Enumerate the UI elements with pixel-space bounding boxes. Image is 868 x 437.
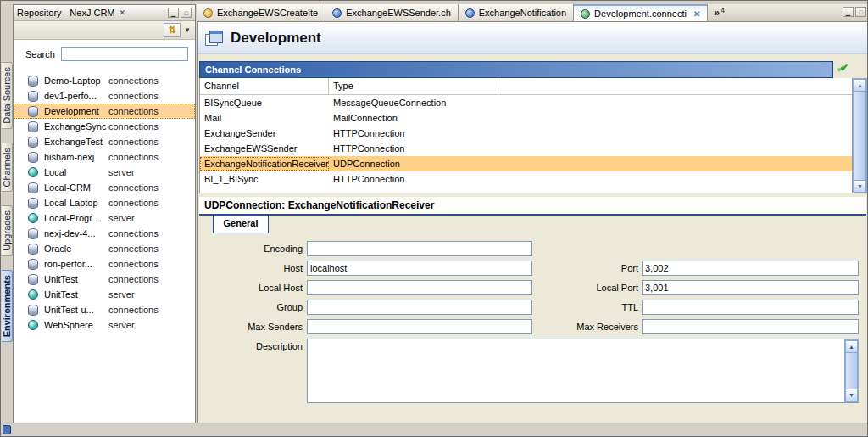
tree-item[interactable]: Local-Laptopconnections (14, 195, 195, 210)
scroll-down-icon[interactable]: ▼ (854, 180, 866, 193)
host-field[interactable] (307, 261, 532, 276)
editor-window-controls: ▁ □ (843, 7, 866, 17)
tree-item-type: connections (108, 152, 159, 162)
side-tab-label: Channels (2, 148, 12, 187)
environment-tree: Demo-Laptopconnectionsdev1-perfo...conne… (14, 73, 195, 423)
tree-item-name: UnitTest (44, 274, 108, 284)
editor-tab-exchangeewscreateite[interactable]: ExchangeEWSCreateIte (197, 4, 326, 21)
cell-type: HTTPConnection (329, 172, 498, 186)
cell-spacer (498, 162, 852, 165)
tree-item[interactable]: hisham-nexjconnections (14, 149, 195, 165)
description-scrollbar[interactable]: ▲ ▼ (844, 339, 859, 402)
editor-tab-exchangenotification[interactable]: ExchangeNotification (459, 4, 574, 21)
tree-item-type: connections (108, 259, 159, 269)
ttl-label: TTL (562, 300, 638, 315)
tree-item-type: connections (108, 244, 159, 254)
view-menu-icon[interactable]: ▼ (184, 26, 191, 34)
repository-view-toolbar: ⇅ ▼ (14, 21, 195, 40)
tree-item-type: connections (108, 106, 159, 116)
minimize-icon[interactable]: ▁ (843, 7, 854, 17)
message-icon (203, 8, 213, 18)
tree-item-type: server (108, 289, 135, 300)
search-input[interactable] (61, 47, 188, 61)
tree-item[interactable]: dev1-perfo...connections (14, 88, 195, 104)
minimize-icon[interactable]: ▁ (168, 8, 179, 18)
tree-item[interactable]: ExchangeTestconnections (14, 134, 195, 149)
repository-view-titlebar[interactable]: Repository - NexJ CRM ✕ ▁ □ (14, 5, 195, 21)
scroll-thumb[interactable] (845, 353, 858, 389)
tree-item-name: nexj-dev-4... (44, 228, 108, 238)
local-port-field[interactable] (642, 280, 859, 295)
close-icon[interactable]: ✕ (120, 8, 126, 17)
tree-item[interactable]: ExchangeSyncconnections (14, 119, 195, 134)
tree-item[interactable]: Oracleconnections (14, 241, 195, 256)
tree-item[interactable]: WebSphereserver (14, 317, 195, 333)
tree-item[interactable]: UnitTest-u...connections (14, 302, 195, 317)
tree-item[interactable]: Demo-Laptopconnections (14, 73, 195, 88)
tree-item[interactable]: Developmentconnections (14, 104, 195, 119)
max-senders-field[interactable] (307, 319, 532, 334)
scroll-thumb[interactable] (854, 92, 866, 180)
channel-table-row[interactable]: MailMailConnection (200, 110, 852, 126)
connections-icon (28, 121, 38, 132)
close-icon[interactable]: ✕ (693, 9, 700, 19)
tree-item[interactable]: Local-CRMconnections (14, 180, 195, 195)
tree-item[interactable]: Localserver (14, 165, 195, 180)
maximize-icon[interactable]: □ (855, 7, 866, 17)
editor-tab-development-connecti[interactable]: Development.connecti✕ (574, 4, 708, 21)
column-header-channel[interactable]: Channel (200, 78, 329, 94)
table-scrollbar[interactable]: ▲ ▼ (853, 78, 867, 193)
server-icon (28, 213, 38, 223)
tab-folder-divider (199, 214, 866, 216)
channel-table-row[interactable]: ExchangeEWSSenderHTTPConnection (200, 141, 852, 156)
connections-icon (28, 274, 38, 285)
tab-overflow-button[interactable]: »4 (708, 4, 731, 21)
maximize-icon[interactable]: □ (181, 8, 192, 18)
encoding-field[interactable] (307, 241, 532, 256)
scroll-up-icon[interactable]: ▲ (854, 79, 866, 92)
scroll-up-icon[interactable]: ▲ (845, 340, 858, 353)
description-field[interactable] (307, 339, 859, 403)
tree-item-name: UnitTest-u... (44, 305, 108, 315)
ttl-field[interactable] (642, 300, 859, 315)
channel-table-row[interactable]: ExchangeNotificationReceiverUDPConnectio… (200, 156, 852, 171)
cell-channel: BISyncQueue (200, 96, 329, 109)
port-field[interactable] (642, 261, 859, 276)
tree-item[interactable]: nexj-dev-4...connections (14, 226, 195, 241)
channel-table-row[interactable]: ExchangeSenderHTTPConnection (200, 126, 852, 141)
max-receivers-field[interactable] (642, 319, 859, 334)
cell-spacer (498, 132, 852, 135)
channel-connections-header: Channel Connections (199, 61, 833, 78)
scroll-down-icon[interactable]: ▼ (845, 389, 858, 401)
tree-item[interactable]: UnitTestconnections (14, 272, 195, 287)
tree-item[interactable]: UnitTestserver (14, 287, 195, 302)
group-field[interactable] (307, 300, 532, 315)
local-host-label: Local Host (204, 280, 303, 295)
side-tab-data-sources[interactable]: Data Sources (2, 62, 13, 129)
tree-item-name: WebSphere (44, 320, 108, 330)
repository-view: Repository - NexJ CRM ✕ ▁ □ ⇅ ▼ Search D… (13, 4, 196, 423)
cell-channel: ExchangeEWSSender (200, 142, 329, 155)
channel-table-row[interactable]: BISyncQueueMessageQueueConnection (200, 95, 852, 110)
search-row: Search (14, 41, 195, 65)
tree-item-type: connections (108, 274, 159, 284)
tree-item[interactable]: Local-Progr...server (14, 210, 195, 226)
tree-item[interactable]: ron-perfor...connections (14, 256, 195, 272)
side-tab-environments[interactable]: Environments (2, 270, 13, 342)
editor-tab-label: ExchangeNotification (479, 8, 566, 18)
tree-item-type: connections (108, 91, 159, 101)
side-tab-upgrades[interactable]: Upgrades (2, 205, 13, 256)
local-host-field[interactable] (307, 280, 532, 295)
side-tab-channels[interactable]: Channels (2, 143, 13, 192)
column-header-type[interactable]: Type (329, 78, 498, 94)
tab-general[interactable]: General (213, 216, 269, 233)
channel-table-header: Channel Type (200, 78, 852, 95)
cell-spacer (498, 147, 852, 150)
link-with-editor-icon[interactable]: ⇅ (164, 23, 181, 37)
channel-table-row[interactable]: BI_1_BISyncHTTPConnection (200, 171, 852, 187)
side-tab-label: Data Sources (2, 67, 12, 124)
editor-tab-exchangeewssender-ch[interactable]: ExchangeEWSSender.ch (326, 4, 459, 21)
cell-spacer (498, 101, 852, 104)
port-label: Port (562, 261, 638, 276)
connections-icon (28, 305, 38, 316)
